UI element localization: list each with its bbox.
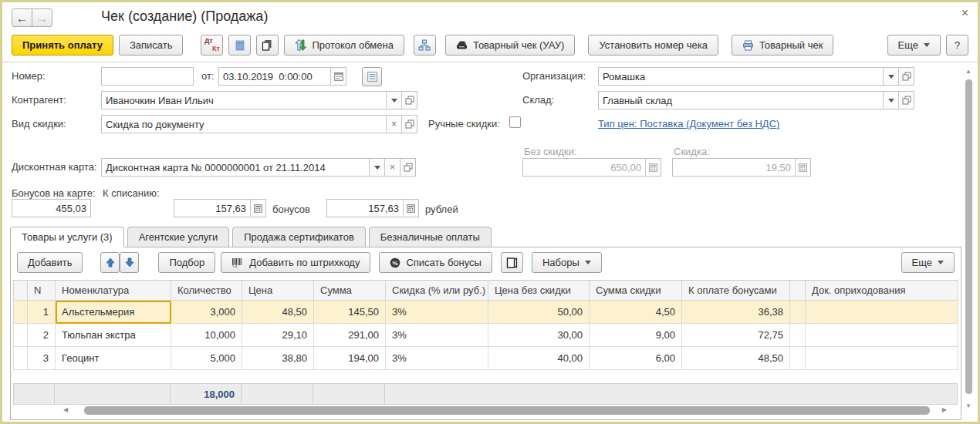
list-button[interactable] [228,35,251,56]
scroll-left-icon[interactable]: ◀ [63,407,68,413]
col-quantity[interactable]: Количество [171,281,242,301]
add-row-button[interactable]: Добавить [17,252,83,273]
cell-sum[interactable]: 194,00 [314,347,386,370]
cell-discount[interactable]: 3% [386,347,488,370]
document-journal-button[interactable] [362,67,382,86]
cell-quantity[interactable]: 3,000 [171,301,242,324]
tab-cashless-payments[interactable]: Безналичные оплаты [369,227,492,247]
table-row[interactable]: 3 Геоцинт 5,000 38,80 194,00 3% 40,00 6,… [14,347,958,370]
discount-card-dropdown-button[interactable] [369,159,384,176]
cell-sum[interactable]: 291,00 [314,324,386,347]
cell-nomenclature[interactable]: Тюльпан экстра [56,324,171,347]
exchange-protocol-button[interactable]: Протокол обмена [284,35,404,56]
cell-discount-sum[interactable]: 4,50 [590,301,682,324]
counterparty-dropdown-button[interactable] [386,92,401,109]
cell-bonus-payment[interactable]: 48,50 [682,347,790,370]
copy-button[interactable] [256,35,279,56]
cell-quantity[interactable]: 5,000 [171,347,242,370]
cell-discount-sum[interactable]: 6,00 [590,347,682,370]
cell-doc[interactable] [806,347,958,370]
write-button[interactable]: Записать [119,35,184,56]
col-discount-sum[interactable]: Сумма скидки [590,281,682,301]
counterparty-open-button[interactable] [401,92,417,109]
date-input[interactable]: 03.10.2019 0:00:00 [218,67,346,86]
set-receipt-number-button[interactable]: Установить номер чека [588,35,718,56]
discount-kind-open-button[interactable] [401,116,417,133]
cell-bonus-payment[interactable]: 72,75 [682,324,790,347]
warehouse-dropdown-button[interactable] [883,92,898,109]
organization-combo[interactable]: Ромашка [598,67,914,86]
move-up-button[interactable] [100,252,120,273]
counterparty-combo[interactable]: Иваночкин Иван Ильич [101,91,417,109]
cell-n[interactable]: 3 [28,347,56,370]
cell-bonus-payment[interactable]: 36,38 [682,301,790,324]
calculator-button[interactable] [250,200,265,217]
close-button[interactable]: × [961,6,968,20]
discount-card-open-button[interactable] [400,159,415,176]
discount-kind-combo[interactable]: Скидка по документу × [101,115,417,133]
warehouse-open-button[interactable] [898,92,914,109]
cell-price-no-discount[interactable]: 30,00 [488,324,590,347]
discount-card-combo[interactable]: Дисконтная карта № 0000000001 от 21.11.2… [101,158,416,177]
bonus-writeoff-input[interactable]: 157,63 [174,199,266,217]
cell-nomenclature[interactable]: Геоцинт [56,347,171,370]
cell-n[interactable]: 1 [28,301,56,324]
horizontal-scrollbar[interactable] [84,406,930,415]
more-button[interactable]: Еще [887,35,941,56]
cell-discount-sum[interactable]: 9,00 [590,324,682,347]
organization-dropdown-button[interactable] [883,68,898,85]
cell-n[interactable]: 2 [28,324,56,347]
show-form-button[interactable] [501,252,523,273]
table-row[interactable]: 1 Альстельмерия 3,000 48,50 145,50 3% 50… [14,301,958,324]
cell-discount[interactable]: 3% [386,301,488,324]
cell-price[interactable]: 48,50 [242,301,314,324]
discount-card-clear-button[interactable]: × [384,159,400,176]
col-nomenclature[interactable]: Номенклатура [56,281,171,301]
calendar-button[interactable] [330,68,346,85]
scroll-down-icon[interactable]: ▼ [965,403,972,409]
cell-price[interactable]: 29,10 [242,324,314,347]
discount-kind-clear-button[interactable]: × [386,116,401,133]
vertical-scrollbar-thumb[interactable] [965,79,972,394]
calculator-button[interactable] [403,200,418,217]
tab-agent-services[interactable]: Агентские услуги [127,227,230,247]
col-price[interactable]: Цена [242,281,314,301]
move-down-button[interactable] [120,252,139,273]
receipt-uau-button[interactable]: Товарный чек (УАУ) [445,35,575,56]
scroll-up-icon[interactable]: ▲ [965,69,972,75]
sets-button[interactable]: Наборы [532,252,602,273]
cell-doc[interactable] [806,324,958,347]
cell-quantity[interactable]: 10,000 [171,324,242,347]
rub-writeoff-input[interactable]: 157,63 [326,199,419,217]
writeoff-bonuses-button[interactable]: % Списать бонусы [379,252,492,273]
dtkt-postings-button[interactable]: ДтКт [201,35,223,56]
price-type-link[interactable]: Тип цен: Поставка (Документ без НДС) [598,118,779,130]
cell-price[interactable]: 38,80 [242,347,314,370]
forward-button[interactable]: → [32,8,52,27]
tab-goods-services[interactable]: Товары и услуги (3) [10,227,124,247]
cell-nomenclature[interactable]: Альстельмерия [56,301,171,324]
col-discount[interactable]: Скидка (% или руб.) [386,281,488,301]
tab-certificates[interactable]: Продажа сертификатов [232,227,366,247]
accept-payment-button[interactable]: Принять оплату [12,35,113,56]
cell-price-no-discount[interactable]: 40,00 [488,347,590,370]
number-input[interactable] [101,67,194,86]
col-sum[interactable]: Сумма [314,281,386,301]
vertical-scrollbar[interactable]: ▲ ▼ [964,69,974,416]
scroll-right-icon[interactable]: ▶ [942,407,947,413]
back-button[interactable]: ← [12,8,32,27]
warehouse-combo[interactable]: Главный склад [598,91,914,109]
col-price-no-discount[interactable]: Цена без скидки [488,281,590,301]
cell-doc[interactable] [806,301,958,324]
col-n[interactable]: N [28,281,56,301]
pick-button[interactable]: Подбор [158,252,215,273]
structure-button[interactable] [414,35,436,56]
table-row[interactable]: 2 Тюльпан экстра 10,000 29,10 291,00 3% … [14,324,958,347]
col-bonus-payment[interactable]: К оплате бонусами [682,281,790,301]
help-button[interactable]: ? [946,35,968,56]
col-doc[interactable]: Док. оприходования [806,281,958,301]
items-more-button[interactable]: Еще [901,252,955,273]
cell-sum[interactable]: 145,50 [314,301,386,324]
organization-open-button[interactable] [898,68,914,85]
add-by-barcode-button[interactable]: Добавить по штрихкоду [221,252,370,273]
